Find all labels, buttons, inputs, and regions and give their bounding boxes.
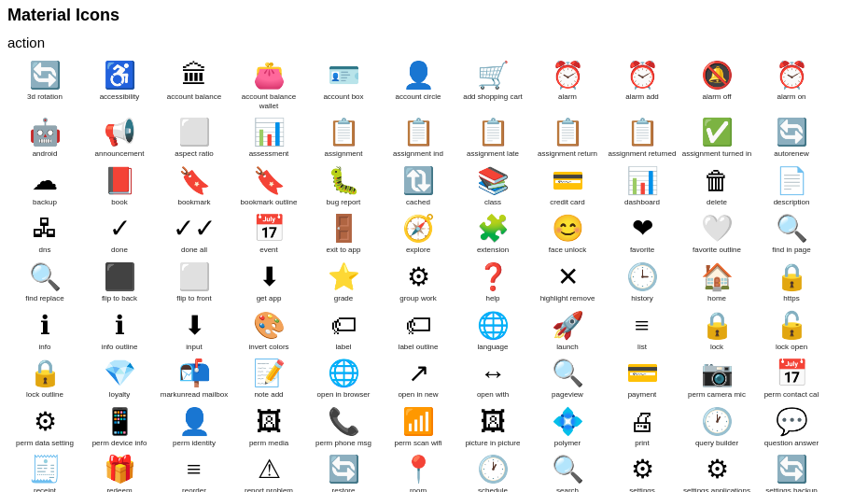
icon-item[interactable]: 🗑delete — [679, 163, 754, 210]
icon-item[interactable]: 📍room — [381, 452, 455, 492]
icon-item[interactable]: ✓✓done all — [157, 211, 231, 258]
icon-item[interactable]: ⬇input — [157, 308, 231, 355]
icon-item[interactable]: 🔒lock outline — [7, 356, 82, 402]
icon-item[interactable]: 📋assignment late — [455, 115, 530, 162]
icon-item[interactable]: ⚙settings — [605, 452, 679, 492]
icon-item[interactable]: ℹinfo outline — [82, 308, 157, 355]
icon-item[interactable]: 🤍favorite outline — [679, 211, 754, 258]
icon-item[interactable]: 🌐language — [455, 308, 530, 355]
icon-item[interactable]: 🖼perm media — [231, 404, 306, 451]
icon-item[interactable]: 🎁redeem — [82, 452, 157, 492]
icon-item[interactable]: ⬇get app — [231, 260, 306, 306]
icon-item[interactable]: ⚙perm data setting — [7, 404, 82, 451]
icon-item[interactable]: ❓help — [455, 260, 530, 306]
icon-item[interactable]: 📚class — [455, 163, 530, 210]
icon-item[interactable]: 💳payment — [605, 356, 679, 402]
icon-item[interactable]: 🚀launch — [530, 308, 605, 355]
icon-item[interactable]: 📢announcement — [82, 115, 157, 162]
icon-item[interactable]: ⚠report problem — [231, 452, 306, 492]
icon-item[interactable]: 💠polymer — [530, 404, 605, 451]
icon-item[interactable]: ⬜aspect ratio — [157, 115, 231, 162]
icon-item[interactable]: 📋assignment — [306, 115, 381, 162]
icon-item[interactable]: ↔open with — [455, 356, 530, 402]
icon-item[interactable]: 📶perm scan wifi — [381, 404, 455, 451]
icon-item[interactable]: 🔍find in page — [754, 211, 829, 258]
icon-item[interactable]: 🔄3d rotation — [7, 58, 82, 113]
icon-item[interactable]: 💬question answer — [754, 404, 829, 451]
icon-item[interactable]: ⏰alarm — [530, 58, 605, 113]
icon-item[interactable]: 📅event — [231, 211, 306, 258]
icon-item[interactable]: 👛account balance wallet — [231, 58, 306, 113]
icon-item[interactable]: 🏷label — [306, 308, 381, 355]
icon-item[interactable]: ♿accessibility — [82, 58, 157, 113]
icon-item[interactable]: ⬜flip to front — [157, 260, 231, 306]
icon-item[interactable]: ≡reorder — [157, 452, 231, 492]
icon-item[interactable]: ⚙settings applications — [679, 452, 754, 492]
icon-item[interactable]: 🔃cached — [381, 163, 455, 210]
icon-item[interactable]: 🤖android — [7, 115, 82, 162]
icon-item[interactable]: 📅perm contact cal — [754, 356, 829, 402]
icon-item[interactable]: 🧩extension — [455, 211, 530, 258]
icon-item[interactable]: 🏠home — [679, 260, 754, 306]
icon-item[interactable]: 🖼picture in picture — [455, 404, 530, 451]
icon-item[interactable]: 🔄autorenew — [754, 115, 829, 162]
icon-item[interactable]: 📋assignment return — [530, 115, 605, 162]
icon-item[interactable]: 📊dashboard — [605, 163, 679, 210]
icon-item[interactable]: ⚙group work — [381, 260, 455, 306]
icon-item[interactable]: 🖧dns — [7, 211, 82, 258]
icon-item[interactable]: 🔖bookmark outline — [231, 163, 306, 210]
icon-item[interactable]: 📊assessment — [231, 115, 306, 162]
icon-item[interactable]: 📋assignment ind — [381, 115, 455, 162]
icon-item[interactable]: ⬛flip to back — [82, 260, 157, 306]
icon-item[interactable]: 🔖bookmark — [157, 163, 231, 210]
icon-item[interactable]: ⭐grade — [306, 260, 381, 306]
icon-item[interactable]: 💎loyalty — [82, 356, 157, 402]
icon-item[interactable]: ⏰alarm add — [605, 58, 679, 113]
icon-item[interactable]: 💳credit card — [530, 163, 605, 210]
icon-item[interactable]: 🔄settings backup restore — [754, 452, 829, 492]
icon-item[interactable]: 🧭explore — [381, 211, 455, 258]
icon-item[interactable]: 🏷label outline — [381, 308, 455, 355]
icon-item[interactable]: ❤favorite — [605, 211, 679, 258]
icon-item[interactable]: 🛒add shopping cart — [455, 58, 530, 113]
icon-item[interactable]: 🌐open in browser — [306, 356, 381, 402]
icon-item[interactable]: 🕒history — [605, 260, 679, 306]
icon-item[interactable]: 📞perm phone msg — [306, 404, 381, 451]
icon-item[interactable]: 📄description — [754, 163, 829, 210]
icon-symbol-help: ❓ — [477, 262, 510, 292]
icon-item[interactable]: 🔕alarm off — [679, 58, 754, 113]
icon-item[interactable]: ✕highlight remove — [530, 260, 605, 306]
icon-item[interactable]: 🖨print — [605, 404, 679, 451]
icon-item[interactable]: ↗open in new — [381, 356, 455, 402]
icon-item[interactable]: 😊face unlock — [530, 211, 605, 258]
icon-item[interactable]: ℹinfo — [7, 308, 82, 355]
icon-item[interactable]: 🔍search — [530, 452, 605, 492]
icon-item[interactable]: ≡list — [605, 308, 679, 355]
icon-item[interactable]: 🚪exit to app — [306, 211, 381, 258]
icon-item[interactable]: 🪪account box — [306, 58, 381, 113]
icon-item[interactable]: 📕book — [82, 163, 157, 210]
icon-item[interactable]: 🔓lock open — [754, 308, 829, 355]
icon-item[interactable]: 🐛bug report — [306, 163, 381, 210]
icon-item[interactable]: 🔍pageview — [530, 356, 605, 402]
icon-item[interactable]: 📝note add — [231, 356, 306, 402]
icon-item[interactable]: 🔍find replace — [7, 260, 82, 306]
icon-item[interactable]: 🎨invert colors — [231, 308, 306, 355]
icon-item[interactable]: ✅assignment turned in — [679, 115, 754, 162]
icon-item[interactable]: ⏰alarm on — [754, 58, 829, 113]
icon-item[interactable]: 👤account circle — [381, 58, 455, 113]
icon-item[interactable]: 🔄restore — [306, 452, 381, 492]
icon-item[interactable]: 👤perm identity — [157, 404, 231, 451]
icon-item[interactable]: 📬markunread mailbox — [157, 356, 231, 402]
icon-item[interactable]: 🔒lock — [679, 308, 754, 355]
icon-item[interactable]: ☁backup — [7, 163, 82, 210]
icon-item[interactable]: 🧾receipt — [7, 452, 82, 492]
icon-item[interactable]: ✓done — [82, 211, 157, 258]
icon-item[interactable]: 🏛account balance — [157, 58, 231, 113]
icon-item[interactable]: 📷perm camera mic — [679, 356, 754, 402]
icon-item[interactable]: 🕐schedule — [455, 452, 530, 492]
icon-item[interactable]: 🔒https — [754, 260, 829, 306]
icon-item[interactable]: 📋assignment returned — [605, 115, 679, 162]
icon-item[interactable]: 📱perm device info — [82, 404, 157, 451]
icon-item[interactable]: 🕐query builder — [679, 404, 754, 451]
